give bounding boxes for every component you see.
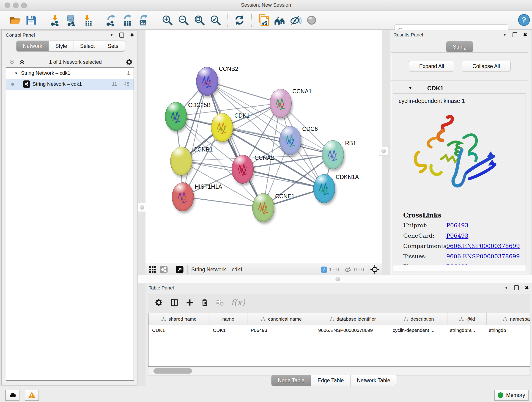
selected-checkbox-icon[interactable]: ✓ — [321, 267, 327, 273]
column-header-description[interactable]: description — [390, 313, 447, 325]
column-header-id[interactable]: @id — [447, 313, 487, 325]
export-table-icon[interactable] — [120, 13, 134, 27]
show-all-icon[interactable] — [305, 13, 318, 27]
refresh-view-icon[interactable] — [233, 13, 246, 27]
open-session-icon[interactable] — [8, 13, 22, 27]
zoom-in-icon[interactable] — [161, 13, 174, 27]
panel-close-icon[interactable]: ✖ — [130, 32, 134, 38]
collapse-all-button[interactable]: Collapse All — [462, 61, 511, 72]
crosshair-icon[interactable] — [370, 265, 380, 274]
column-header-name[interactable]: name — [209, 313, 247, 325]
panel-close-icon[interactable]: ✖ — [525, 285, 529, 291]
expand-all-icon[interactable] — [19, 59, 25, 65]
hidden-eye-icon[interactable] — [344, 266, 352, 274]
network-collection-row[interactable]: ▼ String Network – cdk1 1 — [6, 68, 133, 79]
panel-float-icon[interactable] — [119, 32, 124, 38]
string-style-icon[interactable] — [160, 265, 168, 274]
panel-collapse-icon[interactable]: ▼ — [110, 33, 114, 37]
column-header-canonicalname[interactable]: canonical name — [247, 313, 315, 325]
graph-node-HIST1H1A[interactable] — [172, 182, 194, 211]
export-network-icon[interactable] — [104, 13, 118, 27]
column-header-databaseidentifier[interactable]: database identifier — [315, 313, 390, 325]
graph-node-CDC6[interactable] — [279, 126, 301, 155]
import-network-from-file-icon[interactable] — [48, 13, 62, 27]
right-splitter-handle[interactable] — [379, 147, 388, 156]
graph-node-CCNA2[interactable] — [232, 155, 254, 184]
network-canvas[interactable]: CCNB2CCNA1CDC25BCDK1CDC6RB1CCNB1CCNA2CDK… — [146, 30, 382, 264]
results-scrollbar[interactable] — [393, 265, 526, 271]
tab-sets[interactable]: Sets — [101, 41, 125, 51]
protein-thumbnail — [317, 181, 331, 198]
houses-icon[interactable] — [273, 13, 286, 27]
crosslink-link[interactable]: 9606.ENSP00000378699 — [446, 253, 520, 260]
tab-style[interactable]: Style — [49, 41, 74, 51]
collapse-all-icon[interactable] — [8, 59, 15, 65]
graph-node-CDC25B[interactable] — [165, 102, 187, 131]
tree-expander-icon[interactable]: ▼ — [14, 71, 18, 75]
graph-node-CCNA1[interactable] — [270, 89, 292, 118]
export-image-icon[interactable] — [137, 13, 150, 27]
import-network-from-database-icon[interactable] — [64, 13, 78, 27]
table-cell[interactable]: CDK1 — [148, 327, 209, 333]
graph-node-CDK1[interactable] — [211, 113, 233, 142]
gear-icon[interactable] — [125, 58, 133, 66]
tab-string[interactable]: String — [446, 41, 473, 52]
crosslink-link[interactable]: P06493 — [446, 232, 468, 239]
tab-select[interactable]: Select — [74, 41, 101, 51]
crosslink-link[interactable]: P06493 — [446, 222, 468, 229]
graph-node-RB1[interactable] — [322, 140, 344, 169]
table-scrollbar-thumb[interactable] — [153, 368, 192, 374]
network-row-selected[interactable]: String Network – cdk1 11 48 — [6, 79, 133, 89]
expand-all-button[interactable]: Expand All — [409, 61, 454, 72]
table-cell[interactable]: P06493 — [247, 327, 315, 333]
table-cell[interactable]: stringdb:9... — [446, 327, 485, 333]
table-cell[interactable]: stringdb — [485, 327, 530, 333]
crosslink-label: GeneCard: — [403, 232, 446, 239]
column-header-namespace[interactable]: namespace — [487, 313, 530, 325]
save-session-icon[interactable] — [24, 13, 38, 27]
entry-expander-icon[interactable]: ▼ — [409, 86, 412, 90]
tab-node-table[interactable]: Node Table — [272, 375, 311, 386]
panel-float-icon[interactable] — [513, 32, 517, 37]
add-column-icon[interactable] — [186, 298, 194, 307]
column-header-sharedname[interactable]: shared name — [148, 313, 209, 325]
tab-edge-table[interactable]: Edge Table — [311, 375, 351, 386]
zoom-selected-icon[interactable] — [209, 13, 222, 27]
help-icon[interactable]: ? — [517, 13, 531, 27]
table-cell[interactable]: cyclin-dependent ... — [389, 327, 446, 333]
panel-collapse-icon[interactable]: ▼ — [505, 286, 508, 290]
graph-node-CCNE1[interactable] — [252, 193, 274, 222]
table-cell[interactable]: CDK1 — [209, 327, 247, 333]
crosslink-row: Uniprot:P06493 — [403, 222, 522, 229]
cloud-button[interactable] — [5, 390, 19, 401]
string-import-icon[interactable] — [257, 13, 270, 27]
graph-node-CDKN1A[interactable] — [313, 174, 335, 203]
birdseye-view-icon[interactable] — [176, 265, 184, 274]
hide-selected-icon[interactable] — [289, 13, 302, 27]
delete-column-icon[interactable] — [201, 298, 209, 307]
panel-close-icon[interactable]: ✖ — [523, 32, 527, 38]
show-columns-icon[interactable] — [170, 298, 179, 307]
horizontal-splitter[interactable] — [138, 275, 532, 284]
import-table-from-file-icon[interactable] — [80, 13, 94, 27]
zoom-out-icon[interactable] — [177, 13, 190, 27]
table-horizontal-scrollbar[interactable] — [148, 367, 530, 375]
warning-button[interactable] — [25, 390, 39, 401]
left-splitter-handle[interactable] — [138, 203, 146, 212]
memory-button[interactable]: Memory — [494, 390, 529, 401]
gene-entry-header[interactable]: ▼ CDK1 — [393, 83, 526, 94]
tab-network-table[interactable]: Network Table — [351, 375, 397, 386]
zoom-fit-icon[interactable] — [193, 13, 206, 27]
panel-float-icon[interactable] — [514, 285, 519, 290]
graph-node-CCNB2[interactable] — [196, 67, 218, 96]
graph-node-CCNB1[interactable] — [170, 147, 192, 176]
tab-network[interactable]: Network — [17, 41, 49, 51]
table-cell[interactable]: 9606.ENSP00000378699 — [315, 327, 389, 333]
crosslink-link[interactable]: 9606.ENSP00000378699 — [446, 243, 520, 249]
graph-node-label-CDC6: CDC6 — [302, 126, 318, 132]
grid-view-icon[interactable] — [149, 266, 157, 274]
horizontal-splitter-handle[interactable] — [336, 277, 340, 281]
panel-collapse-icon[interactable]: ▼ — [503, 32, 507, 37]
table-gear-icon[interactable] — [154, 298, 163, 307]
table-row[interactable]: CDK1CDK1P064939606.ENSP00000378699cyclin… — [148, 325, 530, 336]
